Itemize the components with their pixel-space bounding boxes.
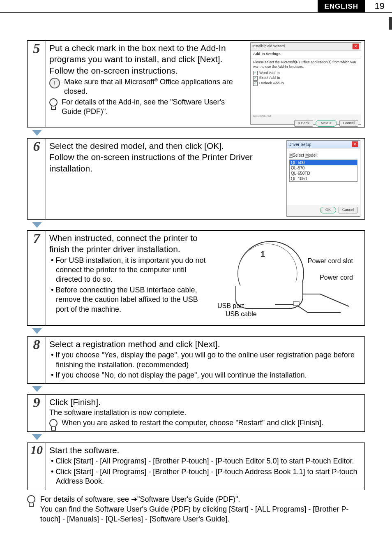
model-option: QL-570 <box>290 165 357 171</box>
dialog-footer-text: InstallShield <box>251 114 361 118</box>
ok-button[interactable]: OK <box>320 207 336 213</box>
step-number: 7 <box>28 231 46 325</box>
model-option: QL-1050 <box>290 176 357 181</box>
step5-text: Put a check mark in the box next to the … <box>49 42 246 76</box>
bulb-icon <box>49 419 58 429</box>
svg-text:1: 1 <box>261 250 265 259</box>
label-usb-cable: USB cable <box>226 310 257 319</box>
bulb-icon <box>49 98 58 108</box>
step7-bullets: For USB installation, it is important yo… <box>49 256 211 314</box>
step5-note-tip: For details of the Add-in, see the "Soft… <box>49 97 246 117</box>
arrow-down-icon <box>32 386 42 392</box>
label-power-slot: Power cord slot <box>308 257 353 266</box>
next-button[interactable]: Next > <box>316 120 337 127</box>
step9-sub: The software installation is now complet… <box>49 408 361 417</box>
page-number: 19 <box>375 1 385 12</box>
step8-bullets: If you choose "Yes, display the page", y… <box>49 350 361 380</box>
check-excel[interactable]: ✓Excel Add-In <box>253 76 358 81</box>
addin-dialog: InstallShield Wizard ✕ Add-In Settings P… <box>250 42 361 125</box>
bulb-icon <box>27 495 35 505</box>
step9-tip: When you are asked to restart the comput… <box>49 418 361 429</box>
dialog-title: InstallShield Wizard <box>252 44 285 49</box>
dialog-desc: Please select the Microsoft(R) Office ap… <box>253 60 358 69</box>
check-word[interactable]: ✓Word Add-In <box>253 71 358 76</box>
step-number: 8 <box>28 337 46 383</box>
caution-icon: ! <box>49 78 60 88</box>
step-number: 6 <box>28 139 46 219</box>
step10-title: Start the software. <box>49 445 361 456</box>
svg-rect-2 <box>293 301 299 306</box>
step8-text: Select a registration method and click [… <box>49 338 361 350</box>
model-option: QL-650TD <box>290 171 357 176</box>
close-icon[interactable]: ✕ <box>352 141 358 147</box>
select-model-label: MSelect Model:Select Model: <box>289 153 357 158</box>
language-tab: ENGLISH <box>318 0 365 12</box>
close-icon[interactable]: ✕ <box>353 44 359 49</box>
step-7: 7 When instructed, connect the printer t… <box>27 230 365 326</box>
cancel-button[interactable]: Cancel <box>339 120 358 127</box>
step9-title: Click [Finish]. <box>49 396 361 408</box>
driver-dialog: Driver Setup ✕ MSelect Model:Select Mode… <box>286 140 360 217</box>
arrow-down-icon <box>32 130 42 136</box>
step7-text: When instructed, connect the printer to … <box>49 232 211 255</box>
dialog-title: Driver Setup <box>288 142 311 147</box>
page-content: 5 Put a check mark in the box next to th… <box>0 13 392 541</box>
arrow-down-icon <box>32 434 42 440</box>
step10-bullets: Click [Start] - [All Programs] - [Brothe… <box>49 456 361 486</box>
step-6: 6 Select the desired model, and then cli… <box>27 138 365 220</box>
dialog-subtitle: Add-In Settings <box>251 51 361 58</box>
model-option: QL-500 <box>290 160 357 165</box>
step-10: 10 Start the software. Click [Start] - [… <box>27 442 365 490</box>
header-bar: ENGLISH 19 <box>0 0 392 13</box>
side-index-mark <box>389 17 392 30</box>
step5-note-caution: ! Make sure that all Microsoft® Office a… <box>49 77 246 97</box>
label-usb-port: USB port <box>217 302 244 310</box>
printer-figure: 1 Power cord slot Power cord USB port US… <box>213 232 361 323</box>
step-number: 5 <box>28 41 46 127</box>
step6-text: Select the desired model, and then click… <box>49 140 278 174</box>
step-number: 9 <box>28 395 46 431</box>
step-5: 5 Put a check mark in the box next to th… <box>27 40 365 127</box>
arrow-down-icon <box>32 222 42 228</box>
cancel-button[interactable]: Cancel <box>339 207 357 213</box>
check-outlook[interactable]: ✓Outlook Add-In <box>253 81 358 86</box>
model-listbox[interactable]: QL-500 QL-570 QL-650TD QL-1050 <box>289 160 357 182</box>
step-9: 9 Click [Finish]. The software installat… <box>27 394 365 432</box>
step-8: 8 Select a registration method and click… <box>27 336 365 384</box>
step-number: 10 <box>28 443 46 489</box>
arrow-down-icon <box>32 328 42 334</box>
back-button[interactable]: < Back <box>294 120 313 127</box>
footer-note: For details of software, see ➔"Software … <box>27 494 365 524</box>
label-power-cord: Power cord <box>320 273 353 282</box>
